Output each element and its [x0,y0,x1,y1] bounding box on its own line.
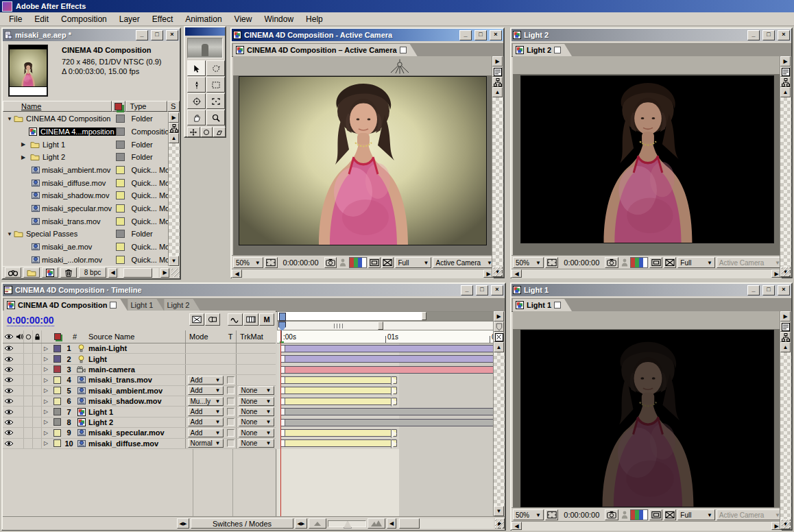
comp-horizontal-scrollbar[interactable]: ◀▶ [232,269,494,278]
channel-buttons[interactable] [630,509,648,520]
track-matte-dropdown[interactable]: None▼ [239,407,274,416]
scrollbar-thumb[interactable] [123,268,152,278]
comp-title-bar[interactable]: CINEMA 4D Composition - Active Camera _ … [232,29,503,41]
tab-close-icon[interactable] [400,47,407,53]
scroll-up-button[interactable]: ▲ [492,87,503,97]
preserve-transparency-checkbox[interactable] [227,387,234,394]
menu-help[interactable]: Help [300,14,329,24]
expand-arrow[interactable]: ▷ [42,365,50,374]
transparency-grid-button[interactable] [664,257,676,268]
pen-tool[interactable] [187,77,206,93]
time-controls-button[interactable] [780,322,791,332]
draft-3d-button[interactable] [228,313,243,326]
layer-color-swatch[interactable] [53,387,61,394]
time-controls-button[interactable] [780,66,791,77]
world-axis-mode-button[interactable] [201,127,213,137]
project-item[interactable]: ▶Light 1Folder [3,138,180,152]
delete-button[interactable] [60,267,77,278]
comp-marker-bin-icon[interactable] [494,322,504,332]
comp-viewport-image[interactable] [239,76,487,245]
scrollbar-track[interactable] [169,143,180,256]
maximize-button[interactable]: □ [151,30,163,40]
menu-file[interactable]: File [3,14,28,24]
new-composition-button[interactable] [42,267,58,278]
layer-color-swatch[interactable] [53,408,61,415]
flowchart-button[interactable] [492,77,503,87]
project-item[interactable]: misaki_ambient.movQuick... Movie [3,164,180,178]
mask-rectangle-tool[interactable] [206,77,225,93]
layer-name[interactable]: misaki_trans.mov [87,375,185,385]
minimize-button[interactable]: _ [459,30,472,40]
layer-name[interactable]: main-Light [87,343,185,353]
time-navigator[interactable] [277,311,496,321]
expand-arrow-icon[interactable]: ▼ [3,231,14,237]
snapshot-button[interactable] [605,257,618,268]
work-area-end-handle[interactable] [378,322,383,330]
project-item[interactable]: ▼CINEMA 4D CompositionFolder [3,112,180,126]
column-header-mode[interactable]: Mode [185,330,225,343]
resize-grip[interactable] [171,269,180,277]
minimize-button[interactable]: _ [747,30,760,40]
track-matte-dropdown[interactable]: None▼ [239,428,274,437]
project-item[interactable]: misaki_ae.movQuick... Movie [3,241,180,254]
navigator-end-handle[interactable] [422,312,426,320]
column-header-size[interactable]: S [167,101,180,112]
visibility-eye-icon[interactable] [3,428,15,437]
layer-name[interactable]: Light 2 [87,418,185,427]
show-last-snapshot-icon[interactable] [338,258,347,267]
light1-title-bar[interactable]: Light 1 _ □ × [512,284,791,296]
resize-grip[interactable] [782,267,791,276]
safe-zones-button[interactable] [545,257,558,268]
frame-blending-button[interactable] [243,313,258,326]
tab-light1[interactable]: Light 1 [128,299,164,311]
menu-effect[interactable]: Effect [146,14,179,24]
comp-thumbnail[interactable] [8,45,48,97]
layer-bar[interactable] [280,429,397,437]
flowchart-button[interactable] [169,123,179,133]
layer-bar[interactable] [280,419,494,426]
project-item[interactable]: misaki_diffuse.movQuick... Movie [3,176,180,190]
light1-horizontal-scrollbar[interactable]: ◀▶ [512,521,782,531]
scroll-left-button[interactable]: ◀ [512,269,522,278]
scroll-left-button[interactable]: ◀ [512,522,522,530]
zoom-in-mountain-icon[interactable] [368,518,385,529]
layer-bar[interactable] [280,366,494,374]
menu-view[interactable]: View [228,14,258,24]
tab-close-icon[interactable] [110,302,117,309]
tab-light1[interactable]: Light 1 [513,299,572,311]
tab-comp-active-camera[interactable]: CINEMA 4D Composition – Active Camera [233,44,418,56]
maximize-button[interactable]: □ [762,285,775,295]
time-ruler[interactable]: :00s 01s 02s [277,330,496,343]
column-header-number[interactable]: # [62,330,87,343]
scrollbar-track[interactable] [780,97,791,267]
layer-bar[interactable] [280,376,397,384]
layer-name[interactable]: Light [87,354,185,363]
label-swatch[interactable] [116,179,125,187]
layer-bar[interactable] [280,439,397,447]
layer-color-swatch[interactable] [53,439,61,447]
light-wireframe-icon[interactable] [389,59,410,74]
magnification-dropdown[interactable]: 50%▼ [513,509,544,520]
visibility-eye-icon[interactable] [3,375,15,385]
layer-bar[interactable] [280,408,494,415]
snapshot-button[interactable] [324,257,337,268]
visibility-eye-icon[interactable] [3,418,15,427]
new-folder-button[interactable] [23,267,40,278]
preserve-transparency-checkbox[interactable] [227,429,234,437]
blend-mode-dropdown[interactable]: Add▼ [188,418,224,426]
layer-color-swatch[interactable] [53,398,61,405]
layer-name[interactable]: Light 1 [87,407,185,416]
close-button[interactable]: × [778,285,790,295]
visibility-eye-icon[interactable] [3,354,15,363]
project-item[interactable]: misaki_...olor.movQuick... Movie [3,253,180,267]
safe-zones-button[interactable] [545,509,558,520]
channel-buttons[interactable] [349,257,367,268]
selection-tool[interactable] [187,60,206,76]
viewer-timecode[interactable]: 0:00:00:00 [279,258,323,267]
current-time-indicator[interactable] [280,330,281,516]
scrollbar-track[interactable] [492,97,503,267]
scroll-down-button[interactable]: ▼ [169,256,179,266]
layer-color-swatch[interactable] [53,365,61,373]
channel-buttons[interactable] [630,257,648,268]
scroll-up-button[interactable]: ▲ [780,87,791,97]
